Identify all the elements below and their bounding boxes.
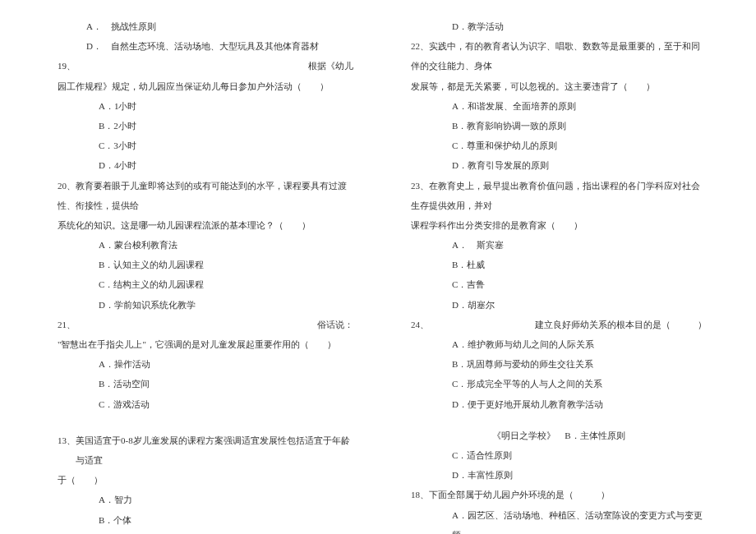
opt-d-top: D． 自然生态环境、活动场地、大型玩具及其他体育器材 — [58, 36, 353, 56]
q23-c: C．吉鲁 — [411, 274, 707, 294]
q21-c: C．游戏活动 — [58, 394, 353, 414]
q24-line1: 24、 建立良好师幼关系的根本目的是（ ） — [411, 315, 707, 334]
q22-b: B．教育影响协调一致的原则 — [411, 116, 707, 136]
opt-d-mid: D．丰富性原则 — [411, 465, 707, 485]
q13-line1: 13、 美国适宜于0-8岁儿童发展的课程方案强调适宜发展性包括适宜于年龄与适宜 — [58, 430, 353, 470]
q24-num: 24、 — [411, 315, 429, 334]
q19-right-frag: 根据《幼儿 — [308, 56, 353, 76]
q21-line2: "智慧出在手指尖儿上"，它强调的是对儿童发展起重要作用的（ ） — [58, 334, 353, 354]
q21-right-frag: 俗话说： — [317, 315, 353, 334]
q24-a: A．维护教师与幼儿之间的人际关系 — [411, 334, 707, 354]
q20-line1: 20、教育要着眼于儿童即将达到的或有可能达到的水平，课程要具有过渡性、衔接性，提… — [58, 176, 353, 215]
q23-b: B．杜威 — [411, 255, 707, 274]
q13-a: A．智力 — [58, 490, 353, 509]
q20-d: D．学前知识系统化教学 — [58, 295, 353, 315]
q20-a: A．蒙台梭利教育法 — [58, 235, 353, 255]
q22-d: D．教育引导发展的原则 — [411, 155, 707, 175]
q24-c: C．形成完全平等的人与人之间的关系 — [411, 374, 707, 394]
q13-line2: 于（ ） — [58, 470, 353, 490]
q19-b: B．2小时 — [58, 116, 353, 136]
q23-a: A． 斯宾塞 — [411, 235, 707, 255]
q18-a: A．园艺区、活动场地、种植区、活动室陈设的变更方式与变更频 — [411, 505, 707, 535]
q23-line1: 23、在教育史上，最早提出教育价值问题，指出课程的各门学科应对社会生存提供效用，… — [411, 176, 707, 215]
q19-line1: 19、 根据《幼儿 — [58, 56, 353, 76]
q24-d: D．便于更好地开展幼儿教育教学活动 — [411, 394, 707, 414]
q21-a: A．操作活动 — [58, 354, 353, 374]
q23-line2: 课程学科作出分类安排的是教育家（ ） — [411, 215, 707, 235]
q21-b: B．活动空间 — [58, 374, 353, 394]
q22-line2: 发展等，都是无关紧要，可以忽视的。这主要违背了（ ） — [411, 76, 707, 96]
q19-d: D．4小时 — [58, 155, 353, 175]
q20-b: B．认知主义的幼儿园课程 — [58, 255, 353, 274]
q13-c: C．群体 — [58, 530, 353, 534]
opt-c-mid: C．适合性原则 — [411, 445, 707, 465]
q23-d: D．胡塞尔 — [411, 295, 707, 315]
q24-b: B．巩固尊师与爱幼的师生交往关系 — [411, 354, 707, 374]
q19-num: 19、 — [58, 56, 76, 76]
book-opt-b: 《明日之学校》 B．主体性原则 — [411, 426, 707, 445]
q20-line2: 系统化的知识。这是哪一幼儿园课程流派的基本理论？（ ） — [58, 215, 353, 235]
q22-a: A．和谐发展、全面培养的原则 — [411, 96, 707, 116]
q22-line1: 22、实践中，有的教育者认为识字、唱歌、数数等是最重要的，至于和同伴的交往能力、… — [411, 36, 707, 76]
opt-a-top: A． 挑战性原则 — [58, 16, 353, 36]
opt-d-right-top: D．教学活动 — [411, 16, 707, 36]
q19-c: C．3小时 — [58, 136, 353, 155]
q13-num: 13、 — [58, 430, 76, 470]
q21-num: 21、 — [58, 315, 76, 334]
q19-line2: 园工作规程》规定，幼儿园应当保证幼儿每日参加户外活动（ ） — [58, 76, 353, 96]
q13-b: B．个体 — [58, 510, 353, 530]
q18-stem: 18、下面全部属于幼儿园户外环境的是（ ） — [411, 485, 707, 504]
q21-line1: 21、 俗话说： — [58, 315, 353, 334]
q13-right-frag: 美国适宜于0-8岁儿童发展的课程方案强调适宜发展性包括适宜于年龄与适宜 — [76, 430, 353, 470]
q24-stem: 建立良好师幼关系的根本目的是（ ） — [535, 315, 707, 334]
q22-c: C．尊重和保护幼儿的原则 — [411, 136, 707, 155]
q19-a: A．1小时 — [58, 96, 353, 116]
q20-c: C．结构主义的幼儿园课程 — [58, 274, 353, 294]
